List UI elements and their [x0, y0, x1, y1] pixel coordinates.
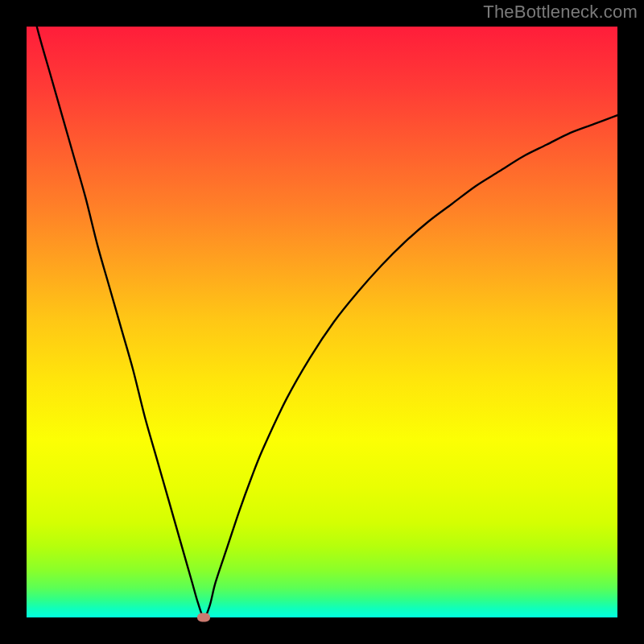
- plot-area: [27, 27, 617, 617]
- bottleneck-curve: [27, 27, 617, 617]
- minimum-marker: [197, 613, 210, 622]
- curve-path: [27, 27, 617, 617]
- watermark-text: TheBottleneck.com: [483, 2, 638, 23]
- chart-frame: TheBottleneck.com: [0, 0, 644, 644]
